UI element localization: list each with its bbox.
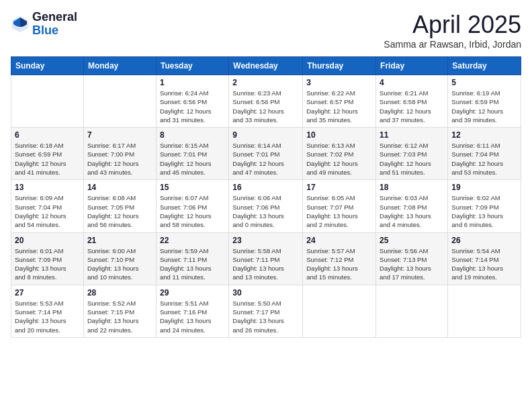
day-number: 9 (232, 130, 299, 140)
day-info: Sunrise: 6:23 AM Sunset: 6:56 PM Dayligh… (232, 89, 299, 124)
calendar-cell: 24Sunrise: 5:57 AM Sunset: 7:12 PM Dayli… (303, 232, 376, 285)
day-info: Sunrise: 5:54 AM Sunset: 7:14 PM Dayligh… (451, 246, 517, 282)
day-info: Sunrise: 6:05 AM Sunset: 7:07 PM Dayligh… (306, 193, 372, 229)
day-info: Sunrise: 6:09 AM Sunset: 7:04 PM Dayligh… (15, 193, 80, 229)
calendar-week-row: 6Sunrise: 6:18 AM Sunset: 6:59 PM Daylig… (11, 128, 521, 180)
calendar-week-row: 13Sunrise: 6:09 AM Sunset: 7:04 PM Dayli… (11, 180, 521, 232)
calendar-header-tuesday: Tuesday (156, 57, 228, 75)
day-info: Sunrise: 6:22 AM Sunset: 6:57 PM Dayligh… (306, 89, 372, 124)
calendar-cell (376, 285, 448, 337)
day-number: 8 (160, 130, 225, 140)
day-info: Sunrise: 6:07 AM Sunset: 7:06 PM Dayligh… (160, 193, 225, 229)
calendar-cell (448, 285, 521, 337)
day-info: Sunrise: 5:53 AM Sunset: 7:14 PM Dayligh… (15, 299, 80, 334)
calendar-header-saturday: Saturday (448, 57, 521, 75)
calendar-week-row: 27Sunrise: 5:53 AM Sunset: 7:14 PM Dayli… (11, 285, 521, 337)
calendar-cell: 25Sunrise: 5:56 AM Sunset: 7:13 PM Dayli… (376, 232, 448, 285)
calendar-cell: 3Sunrise: 6:22 AM Sunset: 6:57 PM Daylig… (303, 75, 376, 128)
calendar-cell: 18Sunrise: 6:03 AM Sunset: 7:08 PM Dayli… (376, 180, 448, 232)
calendar-week-row: 1Sunrise: 6:24 AM Sunset: 6:56 PM Daylig… (11, 75, 521, 128)
day-info: Sunrise: 6:14 AM Sunset: 7:01 PM Dayligh… (232, 141, 299, 177)
day-number: 1 (160, 78, 225, 87)
calendar-cell: 26Sunrise: 5:54 AM Sunset: 7:14 PM Dayli… (448, 232, 521, 285)
calendar-cell: 13Sunrise: 6:09 AM Sunset: 7:04 PM Dayli… (11, 180, 84, 232)
calendar-cell: 30Sunrise: 5:50 AM Sunset: 7:17 PM Dayli… (229, 285, 303, 337)
day-number: 25 (380, 236, 444, 245)
day-number: 11 (380, 130, 444, 140)
calendar-cell: 7Sunrise: 6:17 AM Sunset: 7:00 PM Daylig… (83, 128, 156, 180)
page-header: General Blue April 2025 Samma ar Rawsan,… (11, 11, 521, 50)
day-number: 23 (232, 236, 299, 245)
day-info: Sunrise: 6:24 AM Sunset: 6:56 PM Dayligh… (160, 89, 225, 124)
day-number: 13 (15, 183, 80, 192)
calendar-cell: 19Sunrise: 6:02 AM Sunset: 7:09 PM Dayli… (448, 180, 521, 232)
calendar-table: SundayMondayTuesdayWednesdayThursdayFrid… (11, 56, 521, 338)
day-number: 28 (87, 288, 152, 298)
logo: General Blue (11, 11, 77, 38)
calendar-cell (83, 75, 156, 128)
calendar-cell: 23Sunrise: 5:58 AM Sunset: 7:11 PM Dayli… (229, 232, 303, 285)
logo-icon (11, 15, 30, 34)
day-number: 10 (306, 130, 372, 140)
calendar-cell: 28Sunrise: 5:52 AM Sunset: 7:15 PM Dayli… (83, 285, 156, 337)
day-number: 17 (306, 183, 372, 192)
logo-general: General (32, 11, 77, 24)
day-info: Sunrise: 6:03 AM Sunset: 7:08 PM Dayligh… (380, 193, 444, 229)
calendar-cell: 20Sunrise: 6:01 AM Sunset: 7:09 PM Dayli… (11, 232, 84, 285)
day-number: 26 (451, 236, 517, 245)
title-section: April 2025 Samma ar Rawsan, Irbid, Jorda… (384, 11, 521, 50)
day-info: Sunrise: 6:17 AM Sunset: 7:00 PM Dayligh… (87, 141, 152, 177)
location-subtitle: Samma ar Rawsan, Irbid, Jordan (384, 39, 521, 50)
day-info: Sunrise: 5:52 AM Sunset: 7:15 PM Dayligh… (87, 299, 152, 334)
calendar-header-monday: Monday (83, 57, 156, 75)
calendar-cell: 6Sunrise: 6:18 AM Sunset: 6:59 PM Daylig… (11, 128, 84, 180)
day-number: 15 (160, 183, 225, 192)
day-number: 29 (160, 288, 225, 298)
calendar-cell: 8Sunrise: 6:15 AM Sunset: 7:01 PM Daylig… (156, 128, 228, 180)
day-info: Sunrise: 5:59 AM Sunset: 7:11 PM Dayligh… (160, 246, 225, 282)
calendar-cell: 11Sunrise: 6:12 AM Sunset: 7:03 PM Dayli… (376, 128, 448, 180)
calendar-header-thursday: Thursday (303, 57, 376, 75)
calendar-header-sunday: Sunday (11, 57, 84, 75)
day-number: 7 (87, 130, 152, 140)
calendar-cell: 9Sunrise: 6:14 AM Sunset: 7:01 PM Daylig… (229, 128, 303, 180)
day-info: Sunrise: 6:13 AM Sunset: 7:02 PM Dayligh… (306, 141, 372, 177)
day-number: 12 (451, 130, 517, 140)
day-info: Sunrise: 6:15 AM Sunset: 7:01 PM Dayligh… (160, 141, 225, 177)
calendar-cell: 2Sunrise: 6:23 AM Sunset: 6:56 PM Daylig… (229, 75, 303, 128)
calendar-cell (11, 75, 84, 128)
month-title: April 2025 (384, 11, 521, 39)
day-info: Sunrise: 6:02 AM Sunset: 7:09 PM Dayligh… (451, 193, 517, 229)
calendar-week-row: 20Sunrise: 6:01 AM Sunset: 7:09 PM Dayli… (11, 232, 521, 285)
calendar-cell: 10Sunrise: 6:13 AM Sunset: 7:02 PM Dayli… (303, 128, 376, 180)
day-number: 19 (451, 183, 517, 192)
day-info: Sunrise: 5:50 AM Sunset: 7:17 PM Dayligh… (232, 299, 299, 334)
calendar-cell: 21Sunrise: 6:00 AM Sunset: 7:10 PM Dayli… (83, 232, 156, 285)
day-info: Sunrise: 5:57 AM Sunset: 7:12 PM Dayligh… (306, 246, 372, 282)
calendar-header-wednesday: Wednesday (229, 57, 303, 75)
day-number: 6 (15, 130, 80, 140)
day-info: Sunrise: 6:00 AM Sunset: 7:10 PM Dayligh… (87, 246, 152, 282)
day-info: Sunrise: 6:21 AM Sunset: 6:58 PM Dayligh… (380, 89, 444, 124)
day-info: Sunrise: 6:06 AM Sunset: 7:06 PM Dayligh… (232, 193, 299, 229)
calendar-cell: 12Sunrise: 6:11 AM Sunset: 7:04 PM Dayli… (448, 128, 521, 180)
day-info: Sunrise: 5:51 AM Sunset: 7:16 PM Dayligh… (160, 299, 225, 334)
calendar-header-friday: Friday (376, 57, 448, 75)
day-number: 24 (306, 236, 372, 245)
calendar-header-row: SundayMondayTuesdayWednesdayThursdayFrid… (11, 57, 521, 75)
calendar-cell: 5Sunrise: 6:19 AM Sunset: 6:59 PM Daylig… (448, 75, 521, 128)
day-number: 4 (380, 78, 444, 87)
day-number: 2 (232, 78, 299, 87)
calendar-cell: 17Sunrise: 6:05 AM Sunset: 7:07 PM Dayli… (303, 180, 376, 232)
day-info: Sunrise: 6:19 AM Sunset: 6:59 PM Dayligh… (451, 89, 517, 124)
day-info: Sunrise: 5:56 AM Sunset: 7:13 PM Dayligh… (380, 246, 444, 282)
calendar-cell: 16Sunrise: 6:06 AM Sunset: 7:06 PM Dayli… (229, 180, 303, 232)
day-info: Sunrise: 6:18 AM Sunset: 6:59 PM Dayligh… (15, 141, 80, 177)
logo-blue: Blue (32, 24, 77, 38)
day-info: Sunrise: 6:01 AM Sunset: 7:09 PM Dayligh… (15, 246, 80, 282)
calendar-cell: 4Sunrise: 6:21 AM Sunset: 6:58 PM Daylig… (376, 75, 448, 128)
day-info: Sunrise: 5:58 AM Sunset: 7:11 PM Dayligh… (232, 246, 299, 282)
day-number: 20 (15, 236, 80, 245)
day-info: Sunrise: 6:12 AM Sunset: 7:03 PM Dayligh… (380, 141, 444, 177)
calendar-cell (303, 285, 376, 337)
